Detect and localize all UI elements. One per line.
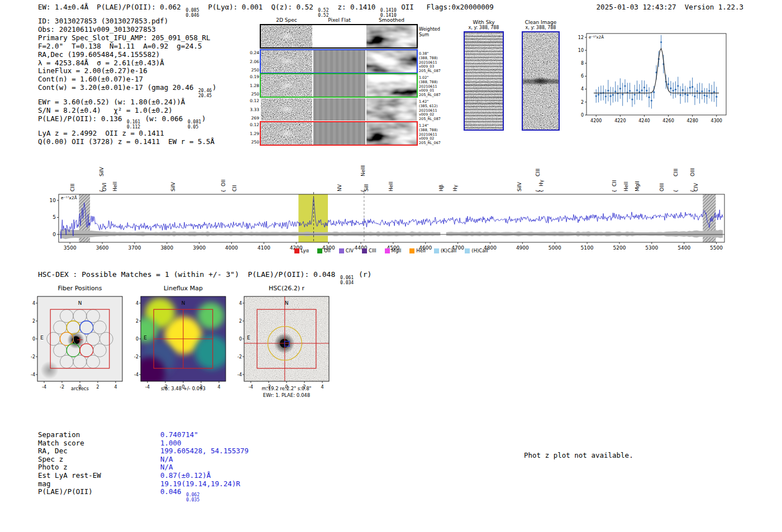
info-line: Q(0.00) OII (3728) z = 0.1411 EW r = 5.5… bbox=[38, 138, 217, 146]
info-line: ID: 3013027853 (3013027853.pdf) bbox=[38, 17, 217, 26]
svg-text:NeIII: NeIII bbox=[360, 165, 366, 176]
info-line: Cont(n) = 1.60(±0.07)e-17 bbox=[38, 75, 217, 84]
svg-text:12: 12 bbox=[578, 35, 584, 40]
svg-text:-4: -4 bbox=[237, 372, 242, 377]
svg-text:4: 4 bbox=[239, 301, 242, 306]
fiber-positions-map: NE-4-4-2-2002244 bbox=[27, 295, 131, 391]
svg-text:HeII: HeII bbox=[112, 181, 118, 191]
table-row-label: P(LAE)/P(OII) bbox=[38, 488, 160, 502]
svg-text:N: N bbox=[285, 300, 289, 306]
match-table: Separation0.740714"Match score1.000RA, D… bbox=[38, 431, 249, 502]
hsc-cutout-title: HSC(26.2) r bbox=[236, 285, 337, 292]
table-row-value: 0.87(±0.12)Å bbox=[160, 472, 211, 480]
legend-swatch bbox=[294, 248, 299, 253]
svg-text:NV: NV bbox=[337, 184, 342, 191]
legend-swatch bbox=[409, 248, 414, 253]
cutout-image-spec bbox=[261, 50, 312, 73]
spectrum-legend: LyαOIICIVCIIIMgIIHeII(K)CaII(H)CaII bbox=[0, 248, 782, 253]
info-line: LineFlux = 2.00(±0.27)e-16 bbox=[38, 67, 217, 75]
svg-text:4240: 4240 bbox=[638, 118, 650, 123]
cleanimage-image bbox=[522, 31, 560, 131]
table-row-value: 0.046 0.0620.035 bbox=[160, 488, 200, 502]
svg-text:4280: 4280 bbox=[686, 118, 698, 123]
svg-text:4: 4 bbox=[136, 301, 139, 306]
line-fit-plot: 420042204240426042804300024681012e⁻¹⁷x2Å bbox=[570, 28, 732, 131]
svg-text:2: 2 bbox=[239, 319, 242, 324]
fiber-positions-title: Fiber Positions bbox=[30, 285, 130, 292]
svg-text:e⁻¹⁷x2Å: e⁻¹⁷x2Å bbox=[589, 35, 604, 40]
cutout-image-white bbox=[313, 25, 365, 47]
legend-item: Lyα bbox=[294, 248, 309, 253]
header-summary-line: EW: 1.4±0.4Å P(LAE)/P(OII): 0.062 0.0850… bbox=[38, 3, 494, 18]
svg-text:CIII: CIII bbox=[673, 169, 679, 176]
cutout-col-header-pixelflat: Pixel Flat bbox=[313, 17, 365, 23]
svg-text:{: { bbox=[673, 189, 679, 193]
table-row: Match score1.000 bbox=[38, 439, 249, 448]
svg-text:2: 2 bbox=[136, 319, 139, 324]
legend-item: (K)CaII bbox=[434, 248, 456, 253]
cutout-image-spec bbox=[261, 25, 312, 47]
legend-item: OII bbox=[317, 248, 331, 253]
legend-swatch bbox=[317, 248, 322, 253]
cutout-row-annotation: 0.38"(388, 788)20210611v009_03205_RL_087 bbox=[419, 52, 458, 74]
table-row: Spec zN/A bbox=[38, 456, 249, 464]
svg-text:4260: 4260 bbox=[662, 118, 674, 123]
stacked-uncertainty: 0.1610.112 bbox=[127, 120, 140, 130]
svg-text:{: { bbox=[538, 189, 544, 193]
cutout-row-annotation: 1.24"(388, 788)20210611v009_02205_RL_067 bbox=[419, 124, 458, 146]
photz-note: Phot z plot not available. bbox=[524, 451, 633, 459]
info-line: EWr = 3.60(±0.52) (w: 1.80(±0.24))Å bbox=[38, 98, 217, 107]
hsc-cutout-image: NE-4-4-2-2002244 bbox=[233, 295, 337, 391]
svg-text:E: E bbox=[247, 335, 250, 341]
cutout-col-header-2dspec: 2D Spec bbox=[261, 17, 312, 23]
stacked-uncertainty: 0.0810.05 bbox=[188, 120, 201, 130]
svg-text:0: 0 bbox=[53, 232, 56, 237]
table-row-label: Separation bbox=[38, 431, 160, 439]
svg-text:-4: -4 bbox=[134, 372, 139, 377]
table-row: Est LyA rest-EW0.87(±0.12)Å bbox=[38, 472, 249, 480]
info-line: Obs: 20210611v009_3013027853 bbox=[38, 26, 217, 34]
cleanimage-title: Clean Image bbox=[518, 20, 563, 25]
cleanimage-source-spot bbox=[532, 76, 550, 85]
table-row-value: 19.19(19.14,19.24)R bbox=[160, 480, 240, 488]
table-row-label: RA, Dec bbox=[38, 447, 160, 456]
cutout-image-spec bbox=[261, 98, 312, 121]
legend-item: MgII bbox=[385, 248, 402, 253]
table-row: mag19.19(19.14,19.24)R bbox=[38, 480, 249, 488]
svg-text:HeII: HeII bbox=[388, 181, 394, 191]
svg-text:-2: -2 bbox=[134, 354, 139, 360]
table-row-label: Est LyA rest-EW bbox=[38, 472, 160, 480]
table-row: RA, Dec199.605428, 54.155379 bbox=[38, 447, 249, 456]
svg-text:-4: -4 bbox=[31, 372, 35, 377]
legend-swatch bbox=[339, 248, 344, 253]
stacked-uncertainty: 20.4620.45 bbox=[198, 89, 212, 98]
cutout-image-flat bbox=[313, 74, 365, 97]
info-line: Cont(w) = 3.20(±0.01)e-17 (gmag 20.46 20… bbox=[38, 84, 217, 98]
svg-text:Hγ: Hγ bbox=[452, 184, 458, 191]
svg-text:-2: -2 bbox=[237, 354, 242, 360]
cutout-row-strip bbox=[261, 122, 417, 145]
cutout-image-flat bbox=[313, 50, 365, 73]
fiber-positions-xlabel: arcsecs bbox=[30, 386, 130, 391]
svg-text:CIII: CIII bbox=[535, 169, 541, 176]
svg-text:4200: 4200 bbox=[590, 118, 602, 123]
svg-text:CII: CII bbox=[612, 180, 617, 186]
svg-text:SiIV: SiIV bbox=[170, 181, 176, 191]
cutout-image-smooth bbox=[366, 122, 417, 145]
cutout-col-header-smoothed: Smoothed bbox=[366, 17, 417, 23]
svg-text:CIII: CIII bbox=[70, 184, 75, 191]
svg-text:E: E bbox=[144, 335, 147, 341]
svg-text:6: 6 bbox=[581, 74, 584, 79]
cutout-row-annotation: 1.42"(385, 612)20210611v009_02205_RL_087 bbox=[419, 100, 458, 122]
svg-text:{: { bbox=[612, 189, 617, 193]
svg-text:-2: -2 bbox=[31, 354, 35, 360]
svg-text:4220: 4220 bbox=[614, 118, 626, 123]
svg-text:CIV: CIV bbox=[693, 183, 699, 191]
svg-text:SiIV: SiIV bbox=[99, 166, 104, 176]
cutout-image-smooth bbox=[366, 98, 417, 121]
svg-text:4: 4 bbox=[32, 301, 35, 306]
cutout-image-smooth bbox=[366, 74, 417, 97]
info-line: LyA z = 2.4992 OII z = 0.1411 bbox=[38, 130, 217, 138]
stacked-uncertainty: 0.520.52 bbox=[318, 8, 328, 18]
cutout-row-strip bbox=[261, 98, 417, 121]
